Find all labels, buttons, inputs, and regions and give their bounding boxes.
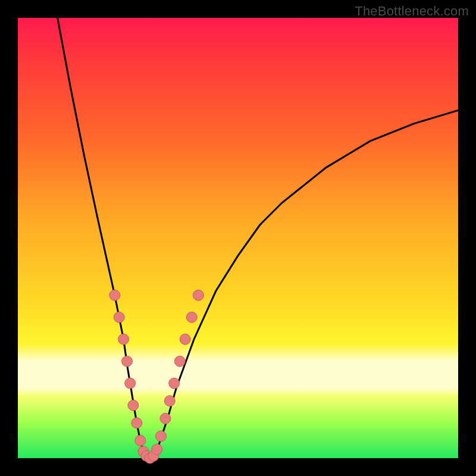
marker-dot <box>114 312 124 322</box>
marker-layer <box>109 290 204 464</box>
marker-dot <box>160 413 171 424</box>
marker-dot <box>131 418 142 428</box>
marker-dot <box>152 444 162 455</box>
plot-area <box>18 18 458 458</box>
curve-layer <box>58 18 458 458</box>
marker-dot <box>125 378 136 389</box>
marker-dot <box>128 400 139 411</box>
marker-dot <box>186 312 197 322</box>
marker-dot <box>180 334 190 345</box>
bottleneck-curve <box>58 18 458 458</box>
marker-dot <box>109 290 120 300</box>
marker-dot <box>122 356 133 367</box>
marker-dot <box>135 435 146 446</box>
watermark-text: TheBottleneck.com <box>355 4 469 19</box>
chart-svg <box>18 18 458 458</box>
outer-frame: TheBottleneck.com <box>0 0 476 476</box>
marker-dot <box>118 334 129 345</box>
marker-dot <box>193 290 203 300</box>
marker-dot <box>156 431 167 441</box>
marker-dot <box>164 396 175 406</box>
marker-dot <box>174 356 185 367</box>
marker-dot <box>169 378 180 389</box>
